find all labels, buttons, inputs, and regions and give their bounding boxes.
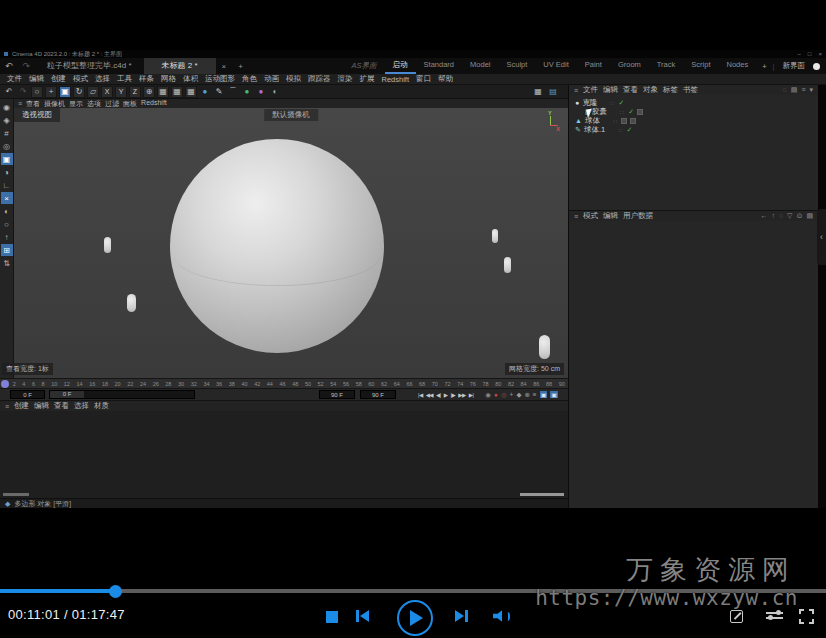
mode-points-icon[interactable]: ◎ <box>1 140 13 152</box>
maximize-button[interactable]: □ <box>808 51 812 57</box>
lock-z-icon[interactable]: Z <box>129 86 141 98</box>
coord-system-icon[interactable]: ⊕ <box>143 86 155 98</box>
render-settings-icon[interactable]: ▦ <box>185 86 197 98</box>
capsule-object[interactable] <box>127 294 136 312</box>
render-view-icon[interactable]: ▦ <box>157 86 169 98</box>
next-key-button[interactable]: ▶▶ <box>458 392 465 398</box>
object-menu-item[interactable]: 查看 <box>623 85 638 95</box>
menu-item[interactable]: 样条 <box>136 74 157 84</box>
snapping-icon[interactable]: × <box>1 192 13 204</box>
lock-x-icon[interactable]: X <box>101 86 113 98</box>
timeline-ruler[interactable]: 0246810121416182022242628303234363840424… <box>0 378 568 388</box>
menu-item[interactable]: 网格 <box>158 74 179 84</box>
nav-back-icon[interactable]: ↶ <box>0 61 18 71</box>
menu-item[interactable]: 动画 <box>261 74 282 84</box>
live-selection-icon[interactable]: ○ <box>31 86 43 98</box>
rotate-tool-icon[interactable]: ↻ <box>73 86 85 98</box>
menu-item[interactable]: 选择 <box>92 74 113 84</box>
attribute-menu-item[interactable]: 编辑 <box>603 211 618 221</box>
material-menu-item[interactable]: 材质 <box>94 401 109 411</box>
add-layout-icon[interactable]: + <box>756 62 772 71</box>
scrollbar[interactable] <box>520 493 564 496</box>
scrollbar[interactable] <box>3 493 29 496</box>
render-picture-viewer-icon[interactable]: ▦ <box>171 86 183 98</box>
account-avatar[interactable] <box>813 63 820 70</box>
enabled-check-icon[interactable]: ✓ <box>619 99 625 107</box>
current-frame-field[interactable]: 0 F <box>10 390 45 399</box>
field-icon[interactable]: ◐ <box>269 86 281 98</box>
scale-tool-icon[interactable]: ▱ <box>87 86 99 98</box>
sphere-object[interactable] <box>170 139 384 353</box>
key-position-icon[interactable]: + <box>510 391 514 398</box>
pen-spline-icon[interactable]: ✎ <box>213 86 225 98</box>
phong-tag-icon[interactable] <box>621 118 627 124</box>
material-menu-item[interactable]: 编辑 <box>34 401 49 411</box>
menu-item[interactable]: 文件 <box>4 74 25 84</box>
mode-polygons-icon[interactable]: ◑ <box>1 166 13 178</box>
layout-tab-sculpt[interactable]: Sculpt <box>498 58 535 74</box>
enable-dots[interactable]: :: <box>610 100 615 106</box>
filter-icon[interactable]: ▽ <box>787 212 792 220</box>
go-to-end-button[interactable]: ▶| <box>469 392 474 398</box>
workplane-mode-icon[interactable]: # <box>1 127 13 139</box>
primitive-object-icon[interactable]: ● <box>199 86 211 98</box>
enable-dots[interactable]: :: <box>620 109 625 115</box>
capsule-object[interactable] <box>492 229 498 243</box>
viewport[interactable]: 透视视图 默认摄像机 Y X <box>14 108 568 378</box>
menu-item[interactable]: 角色 <box>239 74 260 84</box>
lock-y-icon[interactable]: Y <box>115 86 127 98</box>
search-icon[interactable]: ◌ <box>783 86 787 94</box>
layout-tab-script[interactable]: Script <box>683 58 718 74</box>
back-icon[interactable]: ← <box>760 212 767 220</box>
playhead-marker[interactable] <box>1 380 9 388</box>
menu-item[interactable]: Redshift <box>379 75 413 84</box>
panel-menu-icon[interactable]: ≡ <box>574 87 578 94</box>
search-icon[interactable]: ◌ <box>779 212 783 220</box>
grid-snap-icon[interactable]: ⊞ <box>1 244 13 256</box>
enable-axis-icon[interactable]: ∟ <box>1 179 13 191</box>
enable-dots[interactable]: :: <box>613 118 618 124</box>
menu-item[interactable]: 窗口 <box>413 74 434 84</box>
object-menu-item[interactable]: 对象 <box>643 85 658 95</box>
move-tool-icon[interactable]: + <box>45 86 57 98</box>
document-tab[interactable]: 粒子模型整理完毕.c4d * <box>35 58 143 74</box>
new-layout-label[interactable]: 新界面 <box>775 61 814 71</box>
add-tab-icon[interactable]: + <box>232 62 249 71</box>
skip-back-button[interactable] <box>356 610 369 622</box>
menu-item[interactable]: 工具 <box>114 74 135 84</box>
menu-item[interactable]: 体积 <box>180 74 201 84</box>
key-parameter-icon[interactable]: ≡ <box>533 391 537 398</box>
up-icon[interactable]: ↑ <box>771 212 775 220</box>
render-queue-icon[interactable]: ▤ <box>547 86 559 98</box>
object-row-capsule[interactable]: ▮ 胶囊 :: ✓ <box>569 107 818 116</box>
collapse-panel-tab[interactable]: ‹ <box>817 209 826 265</box>
max-frame-field[interactable]: 90 F <box>360 390 396 399</box>
material-menu-item[interactable]: 选择 <box>74 401 89 411</box>
material-menu-icon[interactable]: ≡ <box>5 403 9 410</box>
object-menu-item[interactable]: 文件 <box>583 85 598 95</box>
capsule-object[interactable] <box>539 335 550 359</box>
uv-mode-icon[interactable]: ◐ <box>1 205 13 217</box>
solo-icon[interactable]: ○ <box>1 218 13 230</box>
menu-item[interactable]: 扩展 <box>357 74 378 84</box>
layout-tab-paint[interactable]: Paint <box>577 58 610 74</box>
enable-dots[interactable]: :: <box>618 127 623 133</box>
annotate-button[interactable] <box>730 610 743 623</box>
history-icon[interactable]: ⊙ <box>797 212 803 220</box>
viewport-menu-item[interactable]: 选项 <box>87 99 101 109</box>
record-icon[interactable]: ◉ <box>485 391 491 399</box>
swap-icon[interactable]: ⇅ <box>1 257 13 269</box>
viewport-menu-item[interactable]: 摄像机 <box>44 99 65 109</box>
material-menu-item[interactable]: 创建 <box>14 401 29 411</box>
previous-frame-button[interactable]: ◀| <box>436 392 441 398</box>
object-row-sphere-1[interactable]: ✎ 球体.1 :: ✓ <box>569 125 818 134</box>
key-filter-icon[interactable]: ▣ <box>550 391 558 398</box>
layout-tab-standard[interactable]: Standard <box>416 58 462 74</box>
seek-handle[interactable] <box>109 585 122 598</box>
viewport-menu-item[interactable]: 过滤 <box>105 99 119 109</box>
layout-tab-startup[interactable]: 启动 <box>385 58 416 74</box>
capsule-object[interactable] <box>504 257 511 273</box>
layout-tab-nodes[interactable]: Nodes <box>718 58 756 74</box>
stop-button[interactable] <box>326 611 338 623</box>
key-scale-icon[interactable]: ◆ <box>516 391 521 399</box>
